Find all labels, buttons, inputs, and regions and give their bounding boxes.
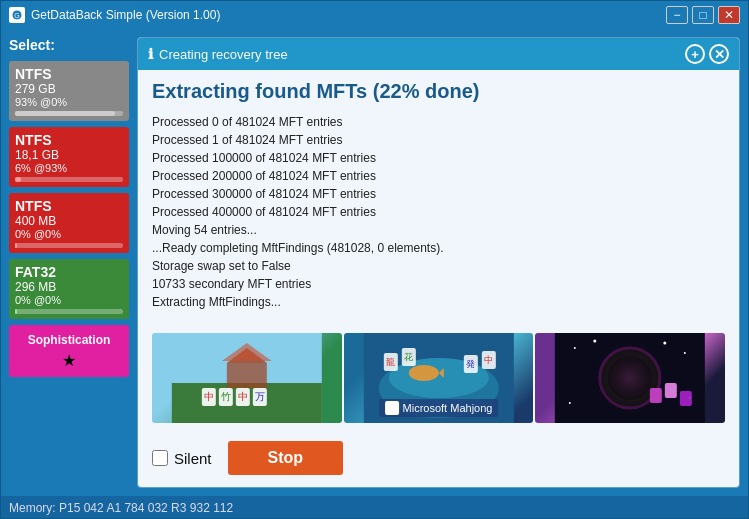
svg-rect-40 — [680, 391, 692, 406]
svg-text:発: 発 — [466, 359, 475, 369]
svg-text:竹: 竹 — [221, 391, 231, 402]
main-area: Select: NTFS 279 GB 93% @0% NTFS 18,1 GB… — [1, 29, 748, 496]
sophistication-star: ★ — [62, 351, 76, 370]
mahjong-overlay: Microsoft Mahjong — [379, 399, 499, 417]
drive-3-size: 400 MB — [15, 214, 123, 228]
drive-3-fs: NTFS — [15, 198, 123, 214]
titlebar-left: G GetDataBack Simple (Version 1.00) — [9, 7, 220, 23]
log-line-2: Processed 1 of 481024 MFT entries — [152, 131, 725, 149]
mahjong-label: Microsoft Mahjong — [403, 402, 493, 414]
log-line-11: Extracting MftFindings... — [152, 293, 725, 311]
svg-text:万: 万 — [255, 391, 265, 402]
svg-text:龍: 龍 — [386, 357, 395, 367]
drive-4-fs: FAT32 — [15, 264, 123, 280]
titlebar-title: GetDataBack Simple (Version 1.00) — [31, 8, 220, 22]
drive-2-bar — [15, 177, 21, 182]
images-area: 中 竹 中 万 — [152, 333, 725, 423]
maximize-button[interactable]: □ — [692, 6, 714, 24]
svg-text:中: 中 — [484, 355, 493, 365]
drive-1-bar — [15, 111, 115, 116]
svg-text:中: 中 — [238, 391, 248, 402]
sophistication-label: Sophistication — [28, 333, 111, 347]
silent-checkbox-label[interactable]: Silent — [152, 450, 212, 467]
dialog-header-title: Creating recovery tree — [159, 47, 288, 62]
svg-point-33 — [594, 340, 597, 343]
silent-label: Silent — [174, 450, 212, 467]
log-line-9: Storage swap set to False — [152, 257, 725, 275]
log-area: Processed 0 of 481024 MFT entries Proces… — [152, 113, 725, 325]
recovery-dialog: ℹ Creating recovery tree + ✕ Extracting … — [137, 37, 740, 488]
log-line-6: Processed 400000 of 481024 MFT entries — [152, 203, 725, 221]
dialog-header-left: ℹ Creating recovery tree — [148, 46, 288, 62]
svg-point-31 — [590, 338, 670, 418]
minimize-button[interactable]: − — [666, 6, 688, 24]
dialog-header-right: + ✕ — [685, 44, 729, 64]
svg-point-18 — [409, 365, 439, 381]
svg-text:G: G — [14, 12, 19, 19]
drive-1-fs: NTFS — [15, 66, 123, 82]
titlebar-controls: − □ ✕ — [666, 6, 740, 24]
drive-item-1[interactable]: NTFS 279 GB 93% @0% — [9, 61, 129, 121]
close-button[interactable]: ✕ — [718, 6, 740, 24]
drive-1-status: 93% @0% — [15, 96, 123, 108]
drive-4-status: 0% @0% — [15, 294, 123, 306]
svg-point-32 — [574, 347, 576, 349]
log-line-7: Moving 54 entries... — [152, 221, 725, 239]
drive-2-fs: NTFS — [15, 132, 123, 148]
log-line-1: Processed 0 of 481024 MFT entries — [152, 113, 725, 131]
statusbar: Memory: P15 042 A1 784 032 R3 932 112 — [1, 496, 748, 519]
drive-item-3[interactable]: NTFS 400 MB 0% @0% — [9, 193, 129, 253]
svg-text:中: 中 — [204, 391, 214, 402]
sophistication-item[interactable]: Sophistication ★ — [9, 325, 129, 377]
app-icon: G — [9, 7, 25, 23]
thumbnail-2: 龍 花 発 中 Microsoft Mahjong — [344, 333, 534, 423]
drive-1-size: 279 GB — [15, 82, 123, 96]
drive-2-status: 6% @93% — [15, 162, 123, 174]
dialog-plus-button[interactable]: + — [685, 44, 705, 64]
svg-point-34 — [684, 352, 686, 354]
drive-3-status: 0% @0% — [15, 228, 123, 240]
drive-item-2[interactable]: NTFS 18,1 GB 6% @93% — [9, 127, 129, 187]
log-line-10: 10733 secondary MFT entries — [152, 275, 725, 293]
sidebar: Select: NTFS 279 GB 93% @0% NTFS 18,1 GB… — [9, 37, 129, 488]
log-line-5: Processed 300000 of 481024 MFT entries — [152, 185, 725, 203]
info-icon: ℹ — [148, 46, 153, 62]
select-label: Select: — [9, 37, 129, 53]
log-line-4: Processed 200000 of 481024 MFT entries — [152, 167, 725, 185]
titlebar: G GetDataBack Simple (Version 1.00) − □ … — [1, 1, 748, 29]
dialog-body: Extracting found MFTs (22% done) Process… — [138, 70, 739, 441]
svg-point-36 — [569, 402, 571, 404]
drive-item-4[interactable]: FAT32 296 MB 0% @0% — [9, 259, 129, 319]
thumbnail-1: 中 竹 中 万 — [152, 333, 342, 423]
drive-3-bar-container — [15, 243, 123, 248]
thumbnail-3 — [535, 333, 725, 423]
silent-checkbox[interactable] — [152, 450, 168, 466]
mahjong-icon — [385, 401, 399, 415]
drive-2-size: 18,1 GB — [15, 148, 123, 162]
svg-rect-4 — [227, 363, 267, 388]
drive-3-bar — [15, 243, 17, 248]
drive-1-bar-container — [15, 111, 123, 116]
dialog-main-title: Extracting found MFTs (22% done) — [152, 80, 725, 103]
dialog-close-button[interactable]: ✕ — [709, 44, 729, 64]
drive-2-bar-container — [15, 177, 123, 182]
dialog-footer: Silent Stop — [138, 441, 739, 487]
content-area: ℹ Creating recovery tree + ✕ Extracting … — [137, 37, 740, 488]
svg-rect-38 — [650, 388, 662, 403]
svg-point-35 — [664, 342, 667, 345]
stop-button[interactable]: Stop — [228, 441, 344, 475]
drive-4-bar — [15, 309, 17, 314]
svg-text:花: 花 — [404, 352, 413, 362]
drive-4-size: 296 MB — [15, 280, 123, 294]
log-line-3: Processed 100000 of 481024 MFT entries — [152, 149, 725, 167]
statusbar-text: Memory: P15 042 A1 784 032 R3 932 112 — [9, 501, 233, 515]
dialog-header: ℹ Creating recovery tree + ✕ — [138, 38, 739, 70]
svg-rect-39 — [665, 383, 677, 398]
drive-4-bar-container — [15, 309, 123, 314]
log-line-8: ...Ready completing MftFindings (481028,… — [152, 239, 725, 257]
